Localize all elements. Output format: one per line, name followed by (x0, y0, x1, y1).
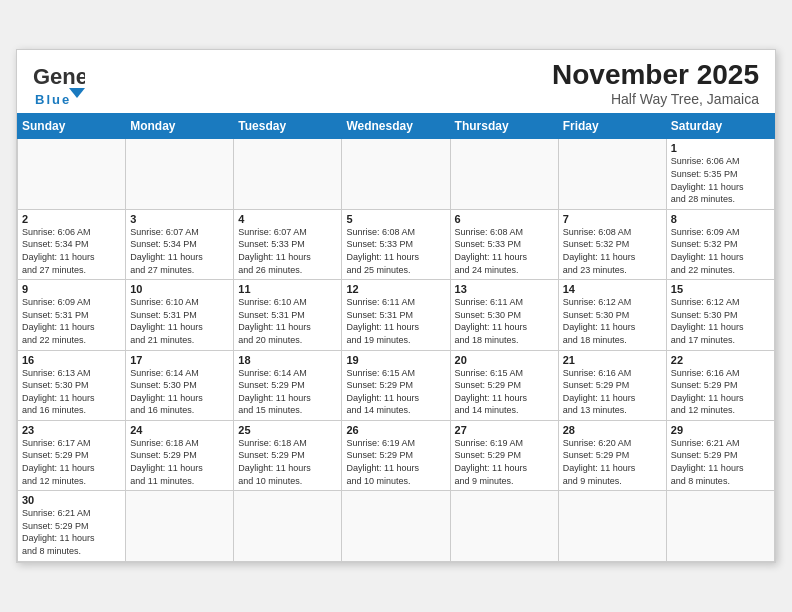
calendar-cell: 2Sunrise: 6:06 AM Sunset: 5:34 PM Daylig… (18, 209, 126, 279)
day-info: Sunrise: 6:18 AM Sunset: 5:29 PM Dayligh… (130, 437, 229, 487)
day-number: 19 (346, 354, 445, 366)
weekday-header-monday: Monday (126, 114, 234, 139)
day-info: Sunrise: 6:08 AM Sunset: 5:32 PM Dayligh… (563, 226, 662, 276)
weekday-header-sunday: Sunday (18, 114, 126, 139)
day-info: Sunrise: 6:08 AM Sunset: 5:33 PM Dayligh… (346, 226, 445, 276)
day-number: 20 (455, 354, 554, 366)
day-info: Sunrise: 6:12 AM Sunset: 5:30 PM Dayligh… (671, 296, 770, 346)
calendar-cell: 25Sunrise: 6:18 AM Sunset: 5:29 PM Dayli… (234, 420, 342, 490)
calendar-cell (234, 491, 342, 561)
day-number: 18 (238, 354, 337, 366)
calendar-table: SundayMondayTuesdayWednesdayThursdayFrid… (17, 113, 775, 561)
calendar-cell (558, 491, 666, 561)
calendar-header: General Blue November 2025 Half Way Tree… (17, 50, 775, 113)
calendar-cell: 11Sunrise: 6:10 AM Sunset: 5:31 PM Dayli… (234, 280, 342, 350)
day-info: Sunrise: 6:12 AM Sunset: 5:30 PM Dayligh… (563, 296, 662, 346)
day-info: Sunrise: 6:18 AM Sunset: 5:29 PM Dayligh… (238, 437, 337, 487)
day-number: 25 (238, 424, 337, 436)
calendar-week-6: 30Sunrise: 6:21 AM Sunset: 5:29 PM Dayli… (18, 491, 775, 561)
calendar-cell (342, 139, 450, 209)
day-info: Sunrise: 6:14 AM Sunset: 5:30 PM Dayligh… (130, 367, 229, 417)
day-number: 26 (346, 424, 445, 436)
calendar-cell: 3Sunrise: 6:07 AM Sunset: 5:34 PM Daylig… (126, 209, 234, 279)
calendar-cell: 26Sunrise: 6:19 AM Sunset: 5:29 PM Dayli… (342, 420, 450, 490)
location-title: Half Way Tree, Jamaica (552, 91, 759, 107)
calendar-week-3: 9Sunrise: 6:09 AM Sunset: 5:31 PM Daylig… (18, 280, 775, 350)
day-number: 22 (671, 354, 770, 366)
day-info: Sunrise: 6:08 AM Sunset: 5:33 PM Dayligh… (455, 226, 554, 276)
calendar-cell: 8Sunrise: 6:09 AM Sunset: 5:32 PM Daylig… (666, 209, 774, 279)
weekday-header-thursday: Thursday (450, 114, 558, 139)
calendar-cell: 9Sunrise: 6:09 AM Sunset: 5:31 PM Daylig… (18, 280, 126, 350)
calendar-cell: 28Sunrise: 6:20 AM Sunset: 5:29 PM Dayli… (558, 420, 666, 490)
day-info: Sunrise: 6:15 AM Sunset: 5:29 PM Dayligh… (346, 367, 445, 417)
day-info: Sunrise: 6:11 AM Sunset: 5:31 PM Dayligh… (346, 296, 445, 346)
calendar-week-1: 1Sunrise: 6:06 AM Sunset: 5:35 PM Daylig… (18, 139, 775, 209)
calendar-cell (666, 491, 774, 561)
day-number: 2 (22, 213, 121, 225)
day-number: 15 (671, 283, 770, 295)
weekday-header-row: SundayMondayTuesdayWednesdayThursdayFrid… (18, 114, 775, 139)
day-number: 30 (22, 494, 121, 506)
day-info: Sunrise: 6:09 AM Sunset: 5:32 PM Dayligh… (671, 226, 770, 276)
day-info: Sunrise: 6:19 AM Sunset: 5:29 PM Dayligh… (346, 437, 445, 487)
day-info: Sunrise: 6:19 AM Sunset: 5:29 PM Dayligh… (455, 437, 554, 487)
day-info: Sunrise: 6:16 AM Sunset: 5:29 PM Dayligh… (563, 367, 662, 417)
logo-area: General Blue (33, 60, 89, 107)
day-number: 28 (563, 424, 662, 436)
calendar-cell: 17Sunrise: 6:14 AM Sunset: 5:30 PM Dayli… (126, 350, 234, 420)
calendar-cell (342, 491, 450, 561)
logo-blue-label: Blue (35, 92, 71, 107)
calendar-cell: 7Sunrise: 6:08 AM Sunset: 5:32 PM Daylig… (558, 209, 666, 279)
calendar-cell: 6Sunrise: 6:08 AM Sunset: 5:33 PM Daylig… (450, 209, 558, 279)
day-info: Sunrise: 6:17 AM Sunset: 5:29 PM Dayligh… (22, 437, 121, 487)
calendar-cell (450, 491, 558, 561)
day-info: Sunrise: 6:06 AM Sunset: 5:34 PM Dayligh… (22, 226, 121, 276)
day-info: Sunrise: 6:20 AM Sunset: 5:29 PM Dayligh… (563, 437, 662, 487)
calendar-cell (126, 139, 234, 209)
day-number: 4 (238, 213, 337, 225)
day-number: 17 (130, 354, 229, 366)
day-number: 11 (238, 283, 337, 295)
calendar-cell: 23Sunrise: 6:17 AM Sunset: 5:29 PM Dayli… (18, 420, 126, 490)
calendar-cell: 24Sunrise: 6:18 AM Sunset: 5:29 PM Dayli… (126, 420, 234, 490)
day-info: Sunrise: 6:06 AM Sunset: 5:35 PM Dayligh… (671, 155, 770, 205)
calendar-cell: 5Sunrise: 6:08 AM Sunset: 5:33 PM Daylig… (342, 209, 450, 279)
title-area: November 2025 Half Way Tree, Jamaica (552, 60, 759, 107)
calendar-cell (558, 139, 666, 209)
calendar-cell: 21Sunrise: 6:16 AM Sunset: 5:29 PM Dayli… (558, 350, 666, 420)
calendar-cell: 27Sunrise: 6:19 AM Sunset: 5:29 PM Dayli… (450, 420, 558, 490)
calendar-cell (234, 139, 342, 209)
calendar-cell: 15Sunrise: 6:12 AM Sunset: 5:30 PM Dayli… (666, 280, 774, 350)
day-info: Sunrise: 6:13 AM Sunset: 5:30 PM Dayligh… (22, 367, 121, 417)
calendar-body: 1Sunrise: 6:06 AM Sunset: 5:35 PM Daylig… (18, 139, 775, 561)
calendar-week-4: 16Sunrise: 6:13 AM Sunset: 5:30 PM Dayli… (18, 350, 775, 420)
day-info: Sunrise: 6:07 AM Sunset: 5:33 PM Dayligh… (238, 226, 337, 276)
day-number: 12 (346, 283, 445, 295)
calendar-cell: 14Sunrise: 6:12 AM Sunset: 5:30 PM Dayli… (558, 280, 666, 350)
weekday-header-friday: Friday (558, 114, 666, 139)
day-info: Sunrise: 6:09 AM Sunset: 5:31 PM Dayligh… (22, 296, 121, 346)
day-number: 21 (563, 354, 662, 366)
calendar-week-5: 23Sunrise: 6:17 AM Sunset: 5:29 PM Dayli… (18, 420, 775, 490)
calendar-cell (126, 491, 234, 561)
calendar-week-2: 2Sunrise: 6:06 AM Sunset: 5:34 PM Daylig… (18, 209, 775, 279)
calendar-cell: 18Sunrise: 6:14 AM Sunset: 5:29 PM Dayli… (234, 350, 342, 420)
svg-marker-1 (69, 88, 85, 98)
calendar-cell: 13Sunrise: 6:11 AM Sunset: 5:30 PM Dayli… (450, 280, 558, 350)
calendar-cell: 20Sunrise: 6:15 AM Sunset: 5:29 PM Dayli… (450, 350, 558, 420)
day-number: 9 (22, 283, 121, 295)
calendar-container: General Blue November 2025 Half Way Tree… (16, 49, 776, 562)
day-number: 10 (130, 283, 229, 295)
day-number: 23 (22, 424, 121, 436)
day-info: Sunrise: 6:15 AM Sunset: 5:29 PM Dayligh… (455, 367, 554, 417)
day-number: 24 (130, 424, 229, 436)
calendar-cell: 10Sunrise: 6:10 AM Sunset: 5:31 PM Dayli… (126, 280, 234, 350)
day-info: Sunrise: 6:21 AM Sunset: 5:29 PM Dayligh… (671, 437, 770, 487)
day-number: 7 (563, 213, 662, 225)
day-number: 16 (22, 354, 121, 366)
day-info: Sunrise: 6:16 AM Sunset: 5:29 PM Dayligh… (671, 367, 770, 417)
calendar-cell: 4Sunrise: 6:07 AM Sunset: 5:33 PM Daylig… (234, 209, 342, 279)
day-info: Sunrise: 6:10 AM Sunset: 5:31 PM Dayligh… (130, 296, 229, 346)
calendar-cell: 19Sunrise: 6:15 AM Sunset: 5:29 PM Dayli… (342, 350, 450, 420)
